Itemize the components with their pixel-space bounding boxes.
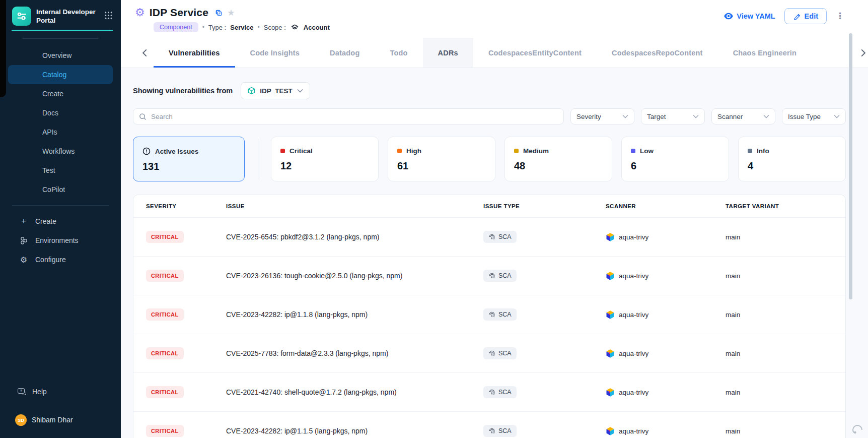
sidebar-item-environments[interactable]: Environments <box>0 231 121 250</box>
chevron-down-icon <box>297 89 303 93</box>
environments-icon <box>19 236 28 244</box>
sidebar-nav-item[interactable]: Catalog <box>8 65 113 84</box>
layers-icon <box>291 24 299 31</box>
issue-text: CVE-2023-42282: ip@1.1.5 (lang-pkgs, npm… <box>226 427 483 435</box>
copy-icon[interactable] <box>215 9 223 17</box>
severity-dot <box>748 149 752 153</box>
severity-badge: CRITICAL <box>146 270 184 282</box>
severity-card[interactable]: High 61 <box>388 137 495 181</box>
tab[interactable]: ADRs <box>423 38 473 68</box>
target-variant: main <box>726 350 845 357</box>
table-row[interactable]: CRITICAL CVE-2023-42282: ip@1.1.5 (lang-… <box>133 411 845 438</box>
table-row[interactable]: CRITICAL CVE-2023-42282: ip@1.1.8 (lang-… <box>133 295 845 334</box>
severity-card[interactable]: Info 4 <box>738 137 846 181</box>
kebab-menu-icon[interactable]: ⋮ <box>836 12 843 20</box>
tab[interactable]: Todo <box>375 38 422 68</box>
search-box <box>133 108 564 124</box>
sidebar-nav-item[interactable]: Docs <box>8 103 113 122</box>
chat-widget-icon[interactable] <box>852 423 865 436</box>
table-header: SEVERITYISSUEISSUE TYPESCANNERTARGET VAR… <box>133 195 845 217</box>
scanner-cell: aqua-trivy <box>606 349 726 358</box>
tab[interactable]: Chaos Engineerin <box>718 38 812 68</box>
sidebar-nav-item[interactable]: Workflows <box>8 142 113 161</box>
tab[interactable]: CodespacesEntityContent <box>473 38 597 68</box>
star-icon[interactable]: ★ <box>227 9 235 17</box>
tabs-scroll-right-icon[interactable] <box>854 48 868 57</box>
search-input[interactable] <box>151 113 558 120</box>
card-value: 12 <box>280 160 369 172</box>
sidebar-nav-item[interactable]: APIs <box>8 122 113 142</box>
filter-select[interactable]: Issue Type <box>782 108 846 124</box>
sidebar: Internal Developer Portal OverviewCatalo… <box>0 0 121 438</box>
edit-button[interactable]: Edit <box>784 8 827 24</box>
column-header: ISSUE TYPE <box>483 203 606 209</box>
filter-select[interactable]: Target <box>641 108 705 124</box>
card-value: 61 <box>397 160 486 172</box>
tab[interactable]: CodespacesRepoContent <box>597 38 718 68</box>
tabs-scroll-left-icon[interactable] <box>136 48 154 57</box>
column-header: SEVERITY <box>146 203 226 209</box>
scanner-cell: aqua-trivy <box>606 388 726 397</box>
entity-header: ⚙ IDP Service ★ Component • Type : Servi… <box>121 0 868 38</box>
issue-text: CVE-2023-26136: tough-cookie@2.5.0 (lang… <box>226 272 483 280</box>
fingerprint-icon <box>488 233 495 240</box>
pencil-icon <box>793 13 801 20</box>
sidebar-nav-item[interactable]: Test <box>8 161 113 180</box>
help-button[interactable]: ? Help <box>0 382 121 402</box>
main-area: ⚙ IDP Service ★ Component • Type : Servi… <box>121 0 868 438</box>
vulnerabilities-table: SEVERITYISSUEISSUE TYPESCANNERTARGET VAR… <box>133 195 846 438</box>
sidebar-item-create[interactable]: + Create <box>0 212 121 231</box>
fingerprint-icon <box>488 311 495 318</box>
fingerprint-icon <box>488 389 495 396</box>
sidebar-header: Internal Developer Portal <box>0 0 121 26</box>
page-title: IDP Service <box>150 7 208 19</box>
vulnerabilities-panel: Showing vulnerabilities from IDP_TEST <box>121 68 868 438</box>
sidebar-nav-item[interactable]: CoPilot <box>8 180 113 199</box>
card-label: High <box>406 147 421 155</box>
sidebar-nav-item[interactable]: Overview <box>8 46 113 65</box>
window-edge-strip <box>0 0 6 97</box>
active-issues-card[interactable]: Active Issues 131 <box>133 137 245 181</box>
sidebar-item-label: Create <box>35 217 56 225</box>
kind-badge: Component <box>154 22 198 32</box>
view-yaml-button[interactable]: View YAML <box>724 12 775 20</box>
portal-logo-icon[interactable] <box>12 7 31 26</box>
cards-divider <box>258 139 258 179</box>
trivy-icon <box>606 271 615 281</box>
source-select[interactable]: IDP_TEST <box>241 82 310 99</box>
severity-card[interactable]: Critical 12 <box>271 137 379 181</box>
table-row[interactable]: CRITICAL CVE-2025-6545: pbkdf2@3.1.2 (la… <box>133 217 845 256</box>
table-row[interactable]: CRITICAL CVE-2023-26136: tough-cookie@2.… <box>133 256 845 295</box>
tab[interactable]: Code Insights <box>235 38 315 68</box>
app-switcher-icon[interactable] <box>104 7 113 22</box>
card-label: Critical <box>290 147 313 155</box>
severity-badge: CRITICAL <box>146 308 184 321</box>
type-label: Type : <box>208 24 226 31</box>
tab[interactable]: Vulnerabilities <box>154 38 235 68</box>
sidebar-item-configure[interactable]: ⚙ Configure <box>0 250 121 269</box>
sidebar-nav-item[interactable]: Create <box>8 84 113 103</box>
showing-vulnerabilities-label: Showing vulnerabilities from <box>133 87 233 95</box>
filter-select[interactable]: Scanner <box>711 108 775 124</box>
card-value: 131 <box>142 161 235 172</box>
tab[interactable]: Datadog <box>315 38 375 68</box>
table-row[interactable]: CRITICAL CVE-2025-7783: form-data@2.3.3 … <box>133 334 845 372</box>
user-menu[interactable]: SD Shibam Dhar <box>0 409 121 431</box>
sidebar-footer: ? Help SD Shibam Dhar <box>0 382 121 438</box>
gear-icon: ⚙ <box>19 255 28 265</box>
trivy-icon <box>606 388 615 397</box>
component-kind-icon: ⚙ <box>135 7 145 18</box>
alert-circle-icon <box>142 147 151 155</box>
severity-dot <box>397 149 402 153</box>
severity-card[interactable]: Medium 48 <box>504 137 612 181</box>
scanner-cell: aqua-trivy <box>606 271 726 281</box>
app-window: Internal Developer Portal OverviewCatalo… <box>0 0 868 438</box>
target-variant: main <box>726 233 845 241</box>
avatar: SD <box>15 414 27 426</box>
trivy-icon <box>606 349 615 358</box>
header-actions: View YAML Edit ⋮ <box>724 8 843 24</box>
filter-select[interactable]: Severity <box>570 108 634 124</box>
table-row[interactable]: CRITICAL CVE-2021-42740: shell-quote@1.7… <box>133 372 845 411</box>
vertical-scrollbar[interactable] <box>849 33 852 299</box>
severity-card[interactable]: Low 6 <box>621 137 729 181</box>
